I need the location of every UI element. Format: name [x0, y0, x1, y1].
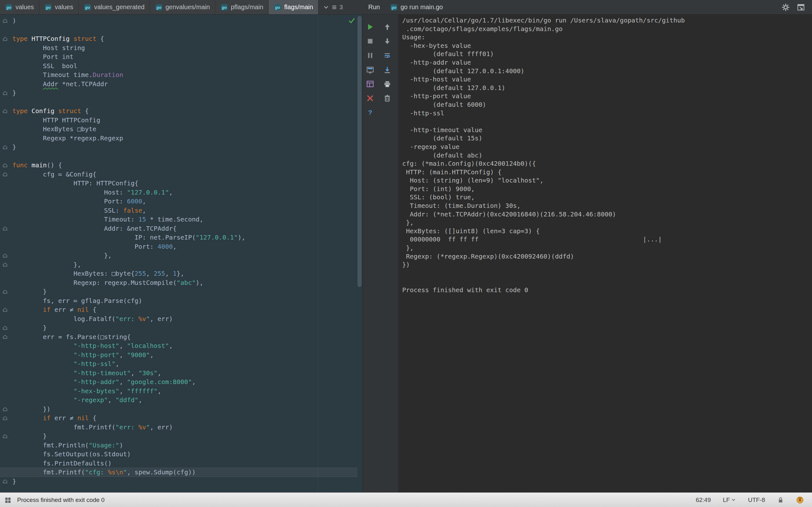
down-stack-trace-button[interactable] — [381, 34, 393, 48]
fold-marker[interactable] — [3, 37, 7, 41]
code-line: Addr *net.TCPAddr — [0, 79, 357, 89]
code-line — [0, 98, 357, 107]
code-line: IP: net.ParseIP("127.0.0.1"), — [0, 233, 357, 242]
stop-button[interactable] — [364, 34, 376, 48]
fold-marker[interactable] — [3, 335, 7, 339]
code-line: type HTTPConfig struct { — [0, 34, 357, 43]
hide-tool-window-icon[interactable] — [797, 3, 805, 11]
svg-text:go: go — [391, 5, 397, 9]
code-line: } — [0, 323, 357, 332]
code-text: func main() { — [12, 161, 62, 169]
run-tool-window-header: Run go go run main.go — [362, 0, 812, 14]
line-separator-value: LF — [723, 497, 730, 504]
fold-marker[interactable] — [3, 480, 7, 484]
restore-layout-button[interactable] — [364, 77, 376, 91]
run-console[interactable]: /usr/local/Cellar/go/1.7/libexec/bin/go … — [398, 14, 812, 493]
code-line: HTTP: HTTPConfig{ — [0, 179, 357, 188]
editor-tab-pflags-main[interactable]: gopflags/main — [215, 0, 269, 14]
fold-marker[interactable] — [3, 227, 7, 231]
code-text: SSL: false, — [12, 207, 146, 214]
hidden-tabs-dropdown[interactable]: 3 — [318, 0, 347, 14]
show-console-button[interactable] — [364, 62, 376, 77]
fold-marker[interactable] — [3, 416, 7, 420]
code-line: Host: "127.0.0.1", — [0, 188, 357, 197]
fold-marker[interactable] — [3, 91, 7, 95]
clear-all-button[interactable] — [381, 91, 393, 105]
fold-marker[interactable] — [3, 263, 7, 267]
code-text: err = fs.Parse(□string{ — [12, 333, 131, 341]
readonly-lock-icon[interactable] — [777, 497, 784, 504]
tab-label: values — [55, 3, 73, 11]
print-button[interactable] — [381, 77, 393, 91]
pause-output-button[interactable] — [364, 48, 376, 62]
fold-marker[interactable] — [3, 163, 7, 167]
fold-marker[interactable] — [3, 326, 7, 330]
editor-tab-flags-main[interactable]: goflags/main — [269, 0, 318, 14]
fold-marker[interactable] — [3, 434, 7, 438]
line-separator-selector[interactable]: LF — [723, 497, 736, 504]
fold-marker[interactable] — [3, 290, 7, 294]
help-button[interactable]: ? — [364, 105, 376, 119]
fold-marker[interactable] — [3, 109, 7, 113]
code-line: SSL bool — [0, 61, 357, 71]
ide-window: govaluesgovaluesgovalues_generatedgogenv… — [0, 0, 812, 507]
code-text: "-hex-bytes", "ffffff", — [12, 387, 161, 395]
console-line: HexBytes: ([]uint8) (len=3 cap=3) { — [402, 227, 812, 235]
close-button[interactable] — [364, 91, 376, 105]
code-text: fs.PrintDefaults() — [12, 459, 112, 467]
fold-marker[interactable] — [3, 308, 7, 312]
run-configuration: go go run main.go — [390, 3, 443, 11]
go-file-icon: go — [274, 3, 281, 11]
tab-label: genvalues/main — [165, 3, 210, 11]
svg-text:go: go — [85, 5, 90, 9]
code-line: "-http-timeout", "30s", — [0, 369, 357, 378]
code-editor[interactable]: ) type HTTPConfig struct { Host string P… — [0, 14, 362, 493]
fold-marker[interactable] — [3, 172, 7, 176]
run-tool-window-tab[interactable]: Run — [362, 3, 385, 11]
soft-wrap-button[interactable] — [381, 48, 393, 62]
console-line: HTTP: (main.HTTPConfig) { — [402, 168, 812, 176]
code-text: } — [12, 477, 16, 485]
code-area: ) type HTTPConfig struct { Host string P… — [0, 16, 357, 486]
code-text: } — [12, 432, 47, 440]
code-line: "-regexp", "ddfd", — [0, 395, 357, 405]
code-line: "-http-port", "9000", — [0, 350, 357, 360]
editor-tab-values[interactable]: govalues — [0, 0, 39, 14]
code-line: HexBytes: □byte{255, 255, 1}, — [0, 269, 357, 278]
code-text: fmt.Printf("cfg: %s\n", spew.Sdump(cfg)) — [12, 468, 196, 476]
code-line: }, — [0, 251, 357, 260]
code-line: Regexp: regexp.MustCompile("abc"), — [0, 278, 357, 287]
go-file-icon: go — [5, 3, 13, 11]
fold-marker[interactable] — [3, 407, 7, 411]
up-stack-trace-button[interactable] — [381, 20, 393, 34]
console-line — [402, 117, 812, 126]
fold-marker[interactable] — [3, 145, 7, 149]
cursor-position[interactable]: 62:49 — [696, 497, 711, 504]
editor-tab-values[interactable]: govalues — [39, 0, 79, 14]
console-line: (default 127.0.0.1) — [402, 83, 812, 92]
code-line: fmt.Println("Usage:") — [0, 441, 357, 450]
hector-inspections-icon[interactable] — [796, 496, 804, 504]
console-line: -http-port value — [402, 92, 812, 101]
code-text: HTTP: HTTPConfig{ — [12, 179, 138, 187]
console-line: (default 15s) — [402, 134, 812, 143]
code-line: "-hex-bytes", "ffffff", — [0, 387, 357, 396]
console-line: (default abc) — [402, 151, 812, 160]
tool-window-switcher-icon[interactable] — [4, 497, 11, 504]
fold-marker[interactable] — [3, 19, 7, 23]
rerun-button[interactable] — [364, 20, 376, 34]
scroll-to-end-button[interactable] — [381, 62, 393, 77]
console-line — [402, 269, 812, 278]
code-line: "-http-addr", "google.com:8000", — [0, 377, 357, 387]
svg-text:go: go — [156, 5, 161, 9]
code-text — [12, 26, 16, 34]
code-line: SSL: false, — [0, 206, 357, 215]
fold-marker[interactable] — [3, 253, 7, 258]
file-encoding-selector[interactable]: UTF-8 — [748, 497, 765, 504]
editor-scrollbar[interactable] — [357, 16, 362, 287]
settings-gear-icon[interactable] — [781, 3, 790, 11]
editor-tab-genvalues-main[interactable]: gogenvalues/main — [150, 0, 215, 14]
inspection-status-icon[interactable] — [348, 17, 356, 26]
editor-tab-bar: govaluesgovaluesgovalues_generatedgogenv… — [0, 0, 812, 14]
editor-tab-values-generated[interactable]: govalues_generated — [79, 0, 150, 14]
